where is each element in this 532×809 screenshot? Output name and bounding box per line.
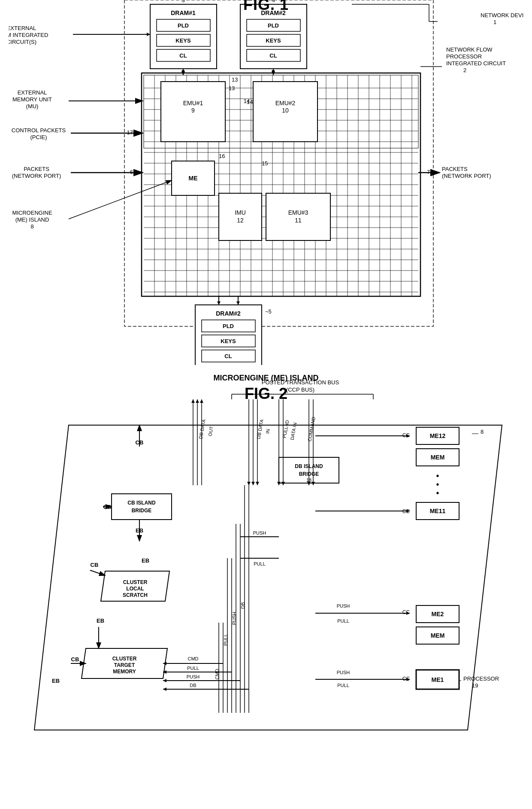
push-h-label: PUSH	[253, 530, 266, 535]
nfpic-label: NETWORK FLOW	[446, 46, 493, 53]
nfpic-label2: PROCESSOR	[446, 53, 482, 60]
cb-island-bridge-box	[112, 494, 172, 520]
num17-label: 17	[127, 129, 133, 136]
mem-bottom-text: MEM	[431, 632, 445, 639]
packets-out-label2: (NETWORK PORT)	[442, 173, 491, 179]
push-me2: PUSH	[337, 603, 350, 608]
external-memory-label: EXTERNAL	[18, 89, 47, 96]
cb-local-arrow	[90, 570, 105, 575]
eb-ctm: EB	[97, 617, 104, 624]
cmd-h-label: CMD	[187, 656, 198, 661]
me-text: ME	[189, 175, 198, 182]
cl2-text: CL	[269, 52, 277, 59]
pld1-text: PLD	[178, 22, 189, 29]
db-data-out-label: DB DATA	[198, 419, 206, 439]
emu3-num: 11	[295, 217, 302, 224]
push-h-label2: PUSH	[187, 674, 200, 679]
dram2-bottom-title: DRAM#2	[216, 310, 241, 317]
page-container: EXTERNAL DRAM INTEGRATED CIRCUIT(S) EXTE…	[0, 0, 532, 809]
fig2-container: POSTED TRANSACTION BUS (CCP BUS) 8 ME12 …	[9, 374, 523, 777]
bus-in-arr2	[251, 482, 255, 485]
ext-dram-arrow-head	[147, 33, 150, 36]
pull-me2: PULL	[337, 618, 349, 623]
pull-label-v: PULL	[223, 634, 228, 646]
num15-label: 15	[262, 160, 268, 167]
external-dram-label: EXTERNAL	[9, 25, 36, 31]
cls-text2: LOCAL	[126, 586, 144, 592]
num6-label: 6	[130, 169, 133, 175]
eb-bottom: EB	[52, 678, 60, 684]
db-h-label: DB	[190, 683, 196, 688]
cmd-label-v: CMD	[215, 669, 220, 679]
me-island-arrow	[69, 180, 172, 219]
emu1-number: 9	[191, 107, 195, 114]
me11-text: ME11	[430, 508, 446, 514]
processor-label: PROCESSOR	[463, 675, 499, 682]
packets-out-label: PACKETS	[442, 166, 468, 172]
cb-island-bridge-text: CB ISLAND	[127, 500, 156, 506]
cc-me2: CC	[402, 609, 410, 615]
dots1: •	[436, 471, 439, 481]
control-packets-label: CONTROL PACKETS	[12, 127, 66, 134]
pld2-text: PLD	[268, 22, 279, 29]
keys3-text: KEYS	[221, 338, 236, 344]
num5-label: ~5	[265, 308, 272, 315]
ctm-text2: TARGET	[114, 662, 135, 668]
fig1-title: FIG. 1	[9, 0, 523, 14]
num7-label: 7	[427, 169, 430, 175]
microengine-label: MICROENGINE	[12, 210, 52, 216]
nfpic-label4: 2	[463, 67, 466, 73]
dots3: •	[436, 488, 439, 498]
packets-in-label: PACKETS	[24, 166, 49, 172]
pull-me1: PULL	[337, 683, 349, 688]
num14-label: 14	[247, 99, 253, 105]
cls-text1: CLUSTER	[123, 579, 148, 585]
cb-island-bridge-text2: BRIDGE	[132, 508, 152, 514]
imu-num: 12	[237, 217, 244, 224]
pull-h-label: PULL	[254, 561, 266, 566]
external-memory-label2: MEMORY UNIT	[12, 96, 52, 103]
mem-top-text: MEM	[431, 454, 445, 461]
external-dram-label3: CIRCUIT(S)	[9, 39, 36, 45]
bus-in-arr1	[247, 482, 251, 485]
microengine-label2: (ME) ISLAND	[15, 216, 49, 223]
me2-text: ME2	[432, 611, 444, 617]
db-data-out-label2: OUT	[207, 426, 214, 437]
ic-dram-arrow1-head	[217, 301, 221, 305]
dots2: •	[436, 480, 439, 489]
control-packets-label2: (PCIE)	[30, 134, 47, 140]
num16-label: 16	[219, 153, 225, 159]
keys2-text: KEYS	[266, 37, 281, 44]
ctm-text1: CLUSTER	[112, 656, 137, 662]
bus-in-arr3	[256, 482, 259, 485]
cb-local: CB	[91, 562, 99, 568]
ic-dram-arrow2-head	[236, 301, 240, 305]
ctm-text3: MEMORY	[113, 669, 136, 675]
packets-in-label2: (NETWORK PORT)	[12, 173, 61, 179]
eb-label2: EB	[142, 557, 149, 564]
pld3-text: PLD	[223, 323, 234, 329]
processor-num: 19	[472, 682, 478, 689]
external-dram-label2: DRAM INTEGRATED	[9, 32, 48, 38]
emu3-text: EMU#3	[288, 209, 308, 216]
imu-text: IMU	[235, 209, 246, 216]
cls-text3: SCRATCH	[123, 592, 148, 598]
db-label-v: DB	[240, 602, 245, 608]
emu2-number: 10	[282, 107, 289, 114]
me12-text: ME12	[430, 432, 446, 439]
fig1-svg: EXTERNAL DRAM INTEGRATED CIRCUIT(S) EXTE…	[9, 0, 523, 365]
external-memory-label3: (MU)	[26, 103, 39, 109]
push-me1: PUSH	[337, 670, 350, 675]
me1-text: ME1	[432, 676, 444, 683]
command-label: COMMAND	[307, 417, 316, 442]
fig2-title: FIG. 2	[9, 385, 523, 403]
microengine-label3: 8	[30, 223, 33, 230]
nfpic-label3: INTEGRATED CIRCUIT	[446, 60, 506, 67]
push-label-v: PUSH	[232, 612, 237, 625]
fig2-subtitle: MICROENGINE (ME) ISLAND	[9, 374, 523, 383]
h-ctm3-arr	[163, 679, 166, 682]
fig2-svg: POSTED TRANSACTION BUS (CCP BUS) 8 ME12 …	[9, 374, 523, 751]
fig1-container: EXTERNAL DRAM INTEGRATED CIRCUIT(S) EXTE…	[9, 0, 523, 374]
pull-h-label2: PULL	[187, 666, 199, 671]
network-device-label2: 1	[493, 19, 496, 25]
